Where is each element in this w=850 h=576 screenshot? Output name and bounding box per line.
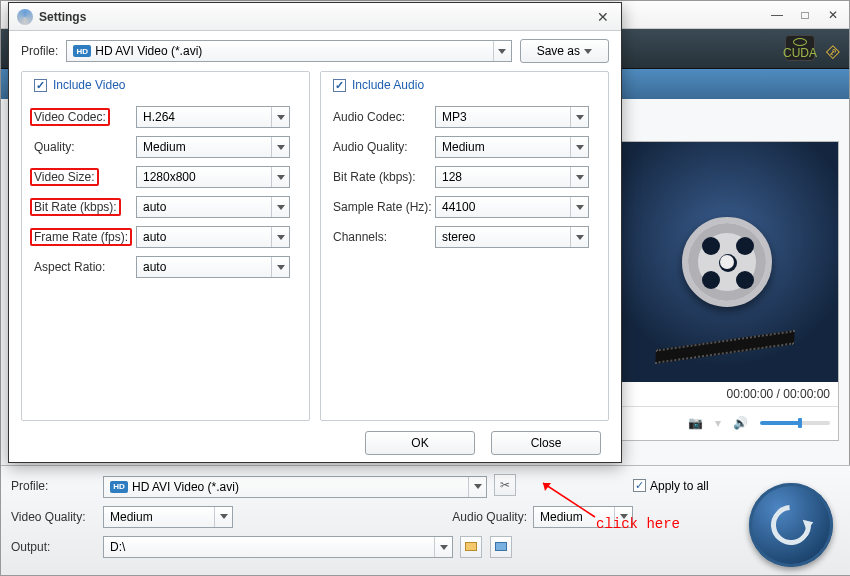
chevron-down-icon bbox=[576, 145, 584, 150]
output-combo[interactable]: D:\ bbox=[103, 536, 453, 558]
dialog-app-icon bbox=[17, 9, 33, 25]
video-combo-3[interactable]: auto bbox=[136, 196, 290, 218]
video-value-2: 1280x800 bbox=[143, 170, 196, 184]
convert-icon bbox=[763, 497, 819, 553]
include-audio-checkbox[interactable] bbox=[333, 79, 346, 92]
chevron-down-icon bbox=[576, 175, 584, 180]
chevron-down-icon bbox=[440, 545, 448, 550]
open-output-button[interactable] bbox=[490, 536, 512, 558]
save-as-button[interactable]: Save as bbox=[520, 39, 609, 63]
close-label: Close bbox=[531, 436, 562, 450]
chevron-down-icon bbox=[277, 205, 285, 210]
maximize-button[interactable]: □ bbox=[797, 8, 813, 22]
scissors-icon: ✂ bbox=[500, 478, 510, 492]
dlg-profile-label: Profile: bbox=[21, 44, 58, 58]
video-label-1: Quality: bbox=[34, 140, 136, 154]
video-combo-0[interactable]: H.264 bbox=[136, 106, 290, 128]
audio-label-2: Bit Rate (kbps): bbox=[333, 170, 435, 184]
audio-label-4: Channels: bbox=[333, 230, 435, 244]
folder-open-icon bbox=[495, 542, 507, 551]
chevron-down-icon bbox=[277, 235, 285, 240]
dlg-profile-combo[interactable]: HD HD AVI Video (*.avi) bbox=[66, 40, 511, 62]
profile-label: Profile: bbox=[11, 479, 103, 493]
preview-time: 00:00:00 / 00:00:00 bbox=[615, 382, 838, 406]
folder-icon bbox=[465, 542, 477, 551]
video-combo-2[interactable]: 1280x800 bbox=[136, 166, 290, 188]
close-window-button[interactable]: ✕ bbox=[825, 8, 841, 22]
chevron-down-icon bbox=[584, 49, 592, 54]
chevron-down-icon bbox=[277, 115, 285, 120]
highlight-box: Frame Rate (fps): bbox=[30, 228, 132, 246]
chevron-down-icon bbox=[474, 484, 482, 489]
hd-icon: HD bbox=[110, 481, 128, 493]
video-value-3: auto bbox=[143, 200, 166, 214]
profile-combo[interactable]: HD HD AVI Video (*.avi) bbox=[103, 476, 487, 498]
save-as-label: Save as bbox=[537, 44, 580, 58]
convert-button[interactable] bbox=[749, 483, 833, 567]
chevron-down-icon bbox=[498, 49, 506, 54]
apply-all-checkbox[interactable] bbox=[633, 479, 646, 492]
nvidia-eye-icon bbox=[793, 38, 807, 46]
audio-quality-combo[interactable]: Medium bbox=[533, 506, 633, 528]
audio-combo-3[interactable]: 44100 bbox=[435, 196, 589, 218]
video-quality-label: Video Quality: bbox=[11, 510, 103, 524]
preview-controls: 📷 ▾ 🔊 bbox=[615, 406, 838, 438]
video-label-2: Video Size: bbox=[34, 170, 136, 184]
minimize-button[interactable]: — bbox=[769, 8, 785, 22]
browse-output-button[interactable] bbox=[460, 536, 482, 558]
dialog-close-button[interactable]: ✕ bbox=[593, 9, 613, 25]
audio-group: Include Audio Audio Codec:MP3Audio Quali… bbox=[320, 71, 609, 421]
profile-value: HD AVI Video (*.avi) bbox=[132, 480, 239, 494]
video-label-4: Frame Rate (fps): bbox=[34, 230, 136, 244]
video-value-5: auto bbox=[143, 260, 166, 274]
audio-combo-2[interactable]: 128 bbox=[435, 166, 589, 188]
video-combo-4[interactable]: auto bbox=[136, 226, 290, 248]
cuda-label: CUDA bbox=[783, 47, 817, 59]
highlight-box: Bit Rate (kbps): bbox=[30, 198, 121, 216]
close-button[interactable]: Close bbox=[491, 431, 601, 455]
ok-button[interactable]: OK bbox=[365, 431, 475, 455]
audio-combo-0[interactable]: MP3 bbox=[435, 106, 589, 128]
video-combo-5[interactable]: auto bbox=[136, 256, 290, 278]
volume-icon[interactable]: 🔊 bbox=[733, 416, 748, 430]
ok-label: OK bbox=[411, 436, 428, 450]
audio-combo-4[interactable]: stereo bbox=[435, 226, 589, 248]
audio-quality-label: Audio Quality: bbox=[443, 510, 533, 524]
chevron-down-icon bbox=[277, 145, 285, 150]
apply-all-label: Apply to all bbox=[650, 479, 709, 493]
highlight-box: Video Size: bbox=[30, 168, 99, 186]
audio-value-1: Medium bbox=[442, 140, 485, 154]
video-value-1: Medium bbox=[143, 140, 186, 154]
volume-slider[interactable] bbox=[760, 421, 830, 425]
key-icon[interactable]: ⚿ bbox=[824, 43, 842, 61]
preview-panel: 00:00:00 / 00:00:00 📷 ▾ 🔊 bbox=[614, 141, 839, 441]
video-quality-combo[interactable]: Medium bbox=[103, 506, 233, 528]
cuda-badge: CUDA bbox=[785, 35, 815, 61]
chevron-down-icon bbox=[277, 175, 285, 180]
audio-quality-value: Medium bbox=[540, 510, 583, 524]
chevron-down-icon bbox=[620, 514, 628, 519]
dlg-profile-value: HD AVI Video (*.avi) bbox=[95, 44, 202, 58]
audio-combo-1[interactable]: Medium bbox=[435, 136, 589, 158]
video-label-0: Video Codec: bbox=[34, 110, 136, 124]
preview-video-area bbox=[615, 142, 838, 382]
film-reel-icon bbox=[682, 217, 772, 307]
include-audio-label: Include Audio bbox=[352, 78, 424, 92]
video-value-4: auto bbox=[143, 230, 166, 244]
video-quality-value: Medium bbox=[110, 510, 153, 524]
video-group: Include Video Video Codec:H.264Quality:M… bbox=[21, 71, 310, 421]
snapshot-button[interactable]: 📷 bbox=[688, 416, 703, 430]
dialog-titlebar: Settings ✕ bbox=[9, 3, 621, 31]
audio-value-3: 44100 bbox=[442, 200, 475, 214]
include-video-checkbox[interactable] bbox=[34, 79, 47, 92]
audio-value-2: 128 bbox=[442, 170, 462, 184]
bottom-bar: Profile: HD HD AVI Video (*.avi) ✂ Apply… bbox=[1, 465, 850, 575]
film-strip-icon bbox=[655, 330, 794, 364]
chevron-down-icon bbox=[277, 265, 285, 270]
video-label-3: Bit Rate (kbps): bbox=[34, 200, 136, 214]
profile-settings-button[interactable]: ✂ bbox=[494, 474, 516, 496]
video-combo-1[interactable]: Medium bbox=[136, 136, 290, 158]
audio-label-0: Audio Codec: bbox=[333, 110, 435, 124]
output-value: D:\ bbox=[110, 540, 125, 554]
video-value-0: H.264 bbox=[143, 110, 175, 124]
